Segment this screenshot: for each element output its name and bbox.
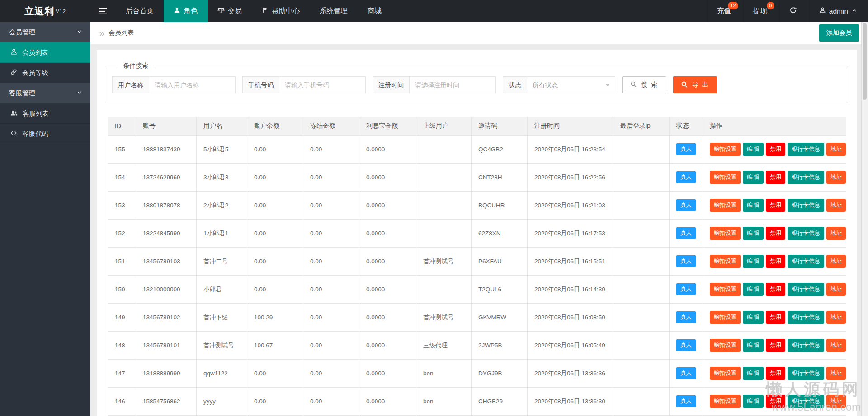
action-edit-button[interactable]: 编 辑 xyxy=(743,283,764,296)
action-hidden-deduct-settings-button[interactable]: 暗扣设置 xyxy=(710,311,741,324)
add-member-button[interactable]: 添加会员 xyxy=(819,24,859,42)
nav-item-home[interactable]: 后台首页 xyxy=(116,0,164,22)
status-select[interactable]: 所有状态 xyxy=(527,76,615,93)
action-edit-button[interactable]: 编 辑 xyxy=(743,255,764,268)
action-bank-card-info-button[interactable]: 银行卡信息 xyxy=(788,311,824,324)
status-badge[interactable]: 真人 xyxy=(676,199,696,211)
nav-item-system[interactable]: 系统管理 xyxy=(310,0,358,22)
action-edit-button[interactable]: 编 辑 xyxy=(743,367,764,380)
action-disable-button[interactable]: 禁用 xyxy=(766,171,785,184)
action-hidden-deduct-settings-button[interactable]: 暗扣设置 xyxy=(710,367,741,380)
cell-invite-code: T2QUL6 xyxy=(472,276,528,304)
action-bank-card-info-button[interactable]: 银行卡信息 xyxy=(788,395,824,408)
status-badge[interactable]: 真人 xyxy=(676,283,696,295)
nav-item-trade[interactable]: 交易 xyxy=(208,0,252,22)
cell-username: 1小郎君1 xyxy=(197,220,247,248)
action-bank-card-info-button[interactable]: 银行卡信息 xyxy=(788,143,824,156)
nav-item-help-center[interactable]: 帮助中心 xyxy=(252,0,310,22)
cell-id: 150 xyxy=(108,276,136,304)
sidebar-item-service-list[interactable]: 客服列表 xyxy=(0,103,90,124)
action-disable-button[interactable]: 禁用 xyxy=(766,227,785,240)
phone-input[interactable] xyxy=(279,76,366,93)
action-disable-button[interactable]: 禁用 xyxy=(766,283,785,296)
nav-item-roles[interactable]: 角色 xyxy=(164,0,208,22)
export-button[interactable]: 导 出 xyxy=(673,76,717,93)
hamburger-menu-icon[interactable] xyxy=(90,0,116,22)
action-address-button[interactable]: 地址 xyxy=(826,395,846,408)
sidebar-group-service-management[interactable]: 客服管理 xyxy=(0,83,90,103)
status-badge[interactable]: 真人 xyxy=(676,171,696,183)
table-row: 153 18801878078 2小郎君2 0.00 0.00 0.0000 B… xyxy=(108,192,847,220)
action-bank-card-info-button[interactable]: 银行卡信息 xyxy=(788,283,824,296)
action-hidden-deduct-settings-button[interactable]: 暗扣设置 xyxy=(710,255,741,268)
action-edit-button[interactable]: 编 辑 xyxy=(743,339,764,352)
sidebar-item-member-level[interactable]: 会员等级 xyxy=(0,63,90,83)
withdraw-badge: 0 xyxy=(767,2,774,9)
status-badge[interactable]: 真人 xyxy=(676,339,696,351)
action-hidden-deduct-settings-button[interactable]: 暗扣设置 xyxy=(710,171,741,184)
action-bank-card-info-button[interactable]: 银行卡信息 xyxy=(788,171,824,184)
action-address-button[interactable]: 地址 xyxy=(826,283,846,296)
action-disable-button[interactable]: 禁用 xyxy=(766,199,785,212)
action-address-button[interactable]: 地址 xyxy=(826,255,846,268)
action-address-button[interactable]: 地址 xyxy=(826,143,846,156)
search-button[interactable]: 搜 索 xyxy=(622,76,666,93)
sidebar-group-member-management[interactable]: 会员管理 xyxy=(0,22,90,42)
action-hidden-deduct-settings-button[interactable]: 暗扣设置 xyxy=(710,339,741,352)
cell-frozen: 0.00 xyxy=(303,304,359,332)
action-hidden-deduct-settings-button[interactable]: 暗扣设置 xyxy=(710,227,741,240)
action-bank-card-info-button[interactable]: 银行卡信息 xyxy=(788,339,824,352)
action-address-button[interactable]: 地址 xyxy=(826,199,846,212)
action-address-button[interactable]: 地址 xyxy=(826,227,846,240)
action-hidden-deduct-settings-button[interactable]: 暗扣设置 xyxy=(710,395,741,408)
action-bank-card-info-button[interactable]: 银行卡信息 xyxy=(788,227,824,240)
status-badge[interactable]: 真人 xyxy=(676,311,696,323)
action-address-button[interactable]: 地址 xyxy=(826,339,846,352)
status-badge[interactable]: 真人 xyxy=(676,395,696,407)
reg-time-field-group: 注册时间 xyxy=(373,76,496,93)
status-badge[interactable]: 真人 xyxy=(676,367,696,379)
recharge-button[interactable]: 12 充值 xyxy=(706,0,742,22)
status-badge[interactable]: 真人 xyxy=(676,227,696,239)
action-bank-card-info-button[interactable]: 银行卡信息 xyxy=(788,255,824,268)
action-disable-button[interactable]: 禁用 xyxy=(766,395,785,408)
sidebar-item-service-code[interactable]: 客服代码 xyxy=(0,124,90,144)
action-edit-button[interactable]: 编 辑 xyxy=(743,395,764,408)
action-address-button[interactable]: 地址 xyxy=(826,367,846,380)
action-disable-button[interactable]: 禁用 xyxy=(766,143,785,156)
action-hidden-deduct-settings-button[interactable]: 暗扣设置 xyxy=(710,143,741,156)
action-edit-button[interactable]: 编 辑 xyxy=(743,143,764,156)
user-menu[interactable]: admin xyxy=(808,0,868,22)
action-edit-button[interactable]: 编 辑 xyxy=(743,227,764,240)
status-badge[interactable]: 真人 xyxy=(676,255,696,267)
action-edit-button[interactable]: 编 辑 xyxy=(743,171,764,184)
withdraw-button[interactable]: 0 提现 xyxy=(742,0,778,22)
person-icon xyxy=(819,7,826,15)
reg-time-input[interactable] xyxy=(409,76,496,93)
cell-invite-code: CHGB29 xyxy=(472,388,528,416)
action-disable-button[interactable]: 禁用 xyxy=(766,311,785,324)
nav-item-label: 商城 xyxy=(368,6,382,16)
refresh-button[interactable] xyxy=(778,0,808,22)
cell-reg-time: 2020年08月06日 16:21:03 xyxy=(528,192,613,220)
action-disable-button[interactable]: 禁用 xyxy=(766,367,785,380)
cell-reg-time: 2020年08月06日 16:14:39 xyxy=(528,276,613,304)
action-hidden-deduct-settings-button[interactable]: 暗扣设置 xyxy=(710,199,741,212)
scrollbar-thumb[interactable] xyxy=(863,23,867,100)
nav-item-mall[interactable]: 商城 xyxy=(358,0,392,22)
username-input[interactable] xyxy=(149,76,236,93)
cell-reg-time: 2020年08月06日 16:22:56 xyxy=(528,164,613,192)
action-disable-button[interactable]: 禁用 xyxy=(766,339,785,352)
action-hidden-deduct-settings-button[interactable]: 暗扣设置 xyxy=(710,283,741,296)
action-address-button[interactable]: 地址 xyxy=(826,311,846,324)
action-disable-button[interactable]: 禁用 xyxy=(766,255,785,268)
action-edit-button[interactable]: 编 辑 xyxy=(743,199,764,212)
action-bank-card-info-button[interactable]: 银行卡信息 xyxy=(788,367,824,380)
sidebar-item-member-list[interactable]: 会员列表 xyxy=(0,42,90,63)
status-badge[interactable]: 真人 xyxy=(676,143,696,155)
cell-frozen: 0.00 xyxy=(303,164,359,192)
action-address-button[interactable]: 地址 xyxy=(826,171,846,184)
action-bank-card-info-button[interactable]: 银行卡信息 xyxy=(788,199,824,212)
action-edit-button[interactable]: 编 辑 xyxy=(743,311,764,324)
member-table: ID 账号 用户名 账户余额 冻结金额 利息宝金额 上级用户 邀请码 注册时间 … xyxy=(108,117,846,416)
